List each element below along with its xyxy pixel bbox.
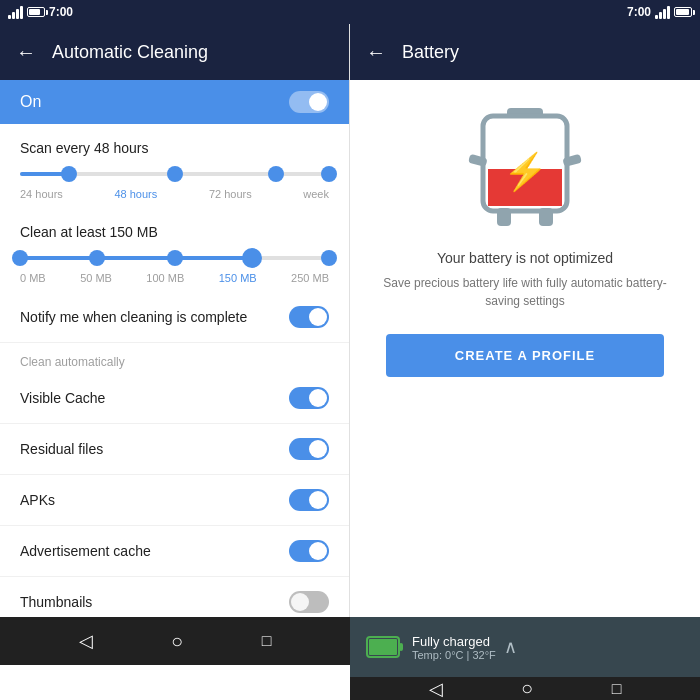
right-nav-home[interactable]: ○ xyxy=(521,677,533,700)
ad-cache-toggle[interactable] xyxy=(289,540,329,562)
battery-right-icon xyxy=(674,7,692,17)
clean-title: Clean at least 150 MB xyxy=(20,224,329,240)
right-panel: ← Battery ⚡ xyxy=(350,24,700,617)
create-profile-button[interactable]: CREATE A PROFILE xyxy=(386,334,664,377)
svg-rect-3 xyxy=(488,199,562,206)
clean-slider[interactable] xyxy=(20,256,329,260)
setting-ad-cache[interactable]: Advertisement cache xyxy=(0,526,349,577)
setting-visible-cache[interactable]: Visible Cache xyxy=(0,373,349,424)
right-nav-back[interactable]: ◁ xyxy=(429,678,443,700)
svg-text:⚡: ⚡ xyxy=(503,150,548,193)
left-nav-back[interactable]: ◁ xyxy=(79,630,93,652)
notif-subtitle: Temp: 0°C | 32°F xyxy=(412,649,496,661)
scan-slider[interactable] xyxy=(20,172,329,176)
toggle-row[interactable]: On xyxy=(0,80,349,124)
right-nav-recent[interactable]: □ xyxy=(612,680,622,698)
right-panel-header: ← Battery xyxy=(350,24,700,80)
right-bottom-nav: ◁ ○ □ xyxy=(350,677,700,700)
battery-left-icon xyxy=(27,7,45,17)
right-bottom-section: Fully charged Temp: 0°C | 32°F ∧ ◁ ○ □ xyxy=(350,617,700,700)
svg-rect-10 xyxy=(369,639,397,655)
left-bottom-nav: ◁ ○ □ xyxy=(0,617,350,665)
clean-section: Clean at least 150 MB 0 MB 50 MB 100 MB … xyxy=(0,208,349,292)
time-right: 7:00 xyxy=(627,5,651,19)
main-content: ← Automatic Cleaning On Scan every 48 ho… xyxy=(0,24,700,617)
notification-area: ◁ ○ □ Fully charged Temp: 0°C | 32°F ∧ ◁… xyxy=(0,617,700,700)
battery-svg: ⚡ xyxy=(465,104,585,234)
left-nav-recent[interactable]: □ xyxy=(262,632,272,650)
right-back-button[interactable]: ← xyxy=(366,41,386,64)
svg-rect-11 xyxy=(399,643,403,651)
battery-not-optimized-text: Your battery is not optimized xyxy=(437,250,613,266)
notify-toggle[interactable] xyxy=(289,306,329,328)
clean-labels: 0 MB 50 MB 100 MB 150 MB 250 MB xyxy=(20,272,329,284)
right-panel-title: Battery xyxy=(402,42,459,63)
scan-title: Scan every 48 hours xyxy=(20,140,329,156)
auto-clean-toggle[interactable] xyxy=(289,91,329,113)
battery-desc: Save precious battery life with fully au… xyxy=(370,274,680,310)
svg-rect-8 xyxy=(539,208,553,226)
status-bar-left: 7:00 xyxy=(8,5,73,19)
setting-apks[interactable]: APKs xyxy=(0,475,349,526)
status-bar-right: 7:00 xyxy=(627,5,692,19)
notif-text-block: Fully charged Temp: 0°C | 32°F xyxy=(412,634,496,661)
notif-chevron-icon[interactable]: ∧ xyxy=(504,636,517,658)
left-back-button[interactable]: ← xyxy=(16,41,36,64)
time-left: 7:00 xyxy=(49,5,73,19)
clean-auto-header: Clean automatically xyxy=(0,343,349,373)
status-bar: 7:00 7:00 xyxy=(0,0,700,24)
bottom-notification[interactable]: Fully charged Temp: 0°C | 32°F ∧ xyxy=(350,617,700,677)
residual-toggle[interactable] xyxy=(289,438,329,460)
left-panel-title: Automatic Cleaning xyxy=(52,42,208,63)
scan-labels: 24 hours 48 hours 72 hours week xyxy=(20,188,329,200)
battery-illustration: ⚡ xyxy=(465,104,585,234)
visible-cache-toggle[interactable] xyxy=(289,387,329,409)
toggle-on-label: On xyxy=(20,93,41,111)
signal-icon xyxy=(8,5,23,19)
svg-rect-7 xyxy=(497,208,511,226)
signal-right-icon xyxy=(655,5,670,19)
notif-battery-icon xyxy=(366,636,404,658)
thumbnails-toggle[interactable] xyxy=(289,591,329,613)
apks-toggle[interactable] xyxy=(289,489,329,511)
setting-residual[interactable]: Residual files xyxy=(0,424,349,475)
setting-notify[interactable]: Notify me when cleaning is complete xyxy=(0,292,349,343)
left-nav-home[interactable]: ○ xyxy=(171,630,183,653)
battery-content: ⚡ Your battery is not optimized Save pre… xyxy=(350,80,700,617)
notif-title: Fully charged xyxy=(412,634,496,649)
scan-section: Scan every 48 hours 24 hours 48 hours 72… xyxy=(0,124,349,208)
left-panel: ← Automatic Cleaning On Scan every 48 ho… xyxy=(0,24,350,617)
setting-thumbnails[interactable]: Thumbnails xyxy=(0,577,349,617)
left-panel-header: ← Automatic Cleaning xyxy=(0,24,349,80)
